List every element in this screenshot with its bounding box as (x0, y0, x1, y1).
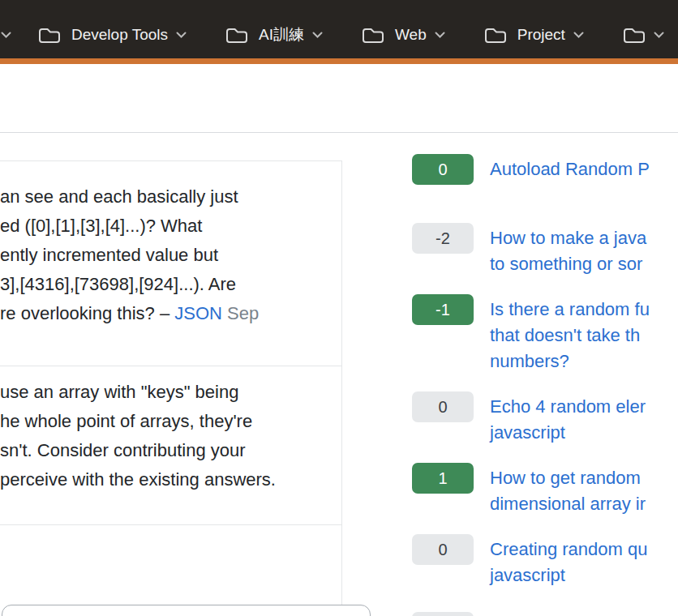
related-question: -1 Is there a random futhat doesn't take… (412, 294, 678, 374)
related-question-link[interactable]: How to make a javato something or sor (490, 223, 646, 277)
related-question-title-line: dimensional array ir (490, 491, 646, 517)
vote-score-badge: 0 (412, 154, 474, 185)
folder-icon (484, 25, 507, 45)
related-question-title-line: to something or sor (490, 251, 646, 277)
vote-score-badge: -1 (412, 294, 474, 325)
related-question-title-line: javascript (490, 563, 647, 588)
chevron-down-icon (176, 32, 187, 39)
bookmark-folder[interactable]: Web (362, 25, 445, 45)
comment: use an array with "keys" beinghe whole p… (0, 366, 341, 525)
vote-score-badge: 0 (412, 391, 474, 422)
bookmark-folder-label: Develop Tools (71, 26, 168, 44)
related-questions-list: 0 Autoload Random P -2 How to make a jav… (412, 154, 678, 616)
related-question-link[interactable]: Is there a random futhat doesn't take th… (490, 294, 650, 374)
related-question-link[interactable]: How to make an au (490, 612, 644, 616)
vote-score-badge (412, 612, 474, 616)
chevron-down-icon (312, 32, 323, 39)
related-question: 0 Autoload Random P (412, 154, 678, 185)
folder-icon (38, 25, 61, 45)
bookmark-folder[interactable]: Develop Tools (38, 25, 187, 45)
bookmark-folder-label: AI訓練 (259, 24, 304, 45)
related-question-link[interactable]: Autoload Random P (490, 154, 650, 182)
comment-text-line: 3],[4316],[73698],[924]...). Are (0, 270, 341, 299)
comment-text-line: re overlooking this? – JSON Sep (0, 299, 341, 328)
folder-icon (362, 25, 384, 45)
related-question: 0 Creating random qujavascript (412, 534, 678, 588)
related-question-title-line: Is there a random fu (490, 297, 650, 323)
related-question-title-line: javascript (490, 420, 646, 446)
related-question-link[interactable]: How to get randomdimensional array ir (490, 463, 646, 517)
comment-text-line: an see and each basically just (0, 182, 341, 212)
related-question-link[interactable]: Creating random qujavascript (490, 534, 647, 588)
related-question: 0 Echo 4 random elerjavascript (412, 391, 678, 446)
related-question: 1 How to get randomdimensional array ir (412, 463, 678, 517)
vote-score-badge: -2 (412, 223, 474, 254)
related-question-title-line: Creating random qu (490, 537, 647, 563)
comment-text-line: sn't. Consider contributing your (0, 436, 341, 465)
folder-icon (225, 25, 248, 45)
comment-timestamp: Sep (222, 303, 259, 323)
vertical-divider (341, 160, 342, 616)
comment-text-line: ed ([0],[1],[3],[4]...)? What (0, 212, 341, 241)
comment: an see and each basically justed ([0],[1… (0, 161, 341, 366)
related-question: -2 How to make a javato something or sor (412, 223, 678, 277)
related-question-link[interactable]: Echo 4 random elerjavascript (490, 391, 646, 446)
comment-text-line: he whole point of arrays, they're (0, 407, 341, 436)
chevron-down-icon (435, 32, 445, 39)
comment-text-line: perceive with the existing answers. (0, 465, 341, 494)
comment-text-line: ently incremented value but (0, 241, 341, 270)
bookmark-folder-label: Web (395, 26, 427, 44)
chevron-down-icon (573, 32, 584, 39)
related-question-title-line: Echo 4 random eler (490, 394, 646, 420)
related-question-title-line: Autoload Random P (490, 156, 650, 182)
header-divider (0, 132, 678, 133)
add-comment-box[interactable] (2, 605, 371, 616)
comment-author-link[interactable]: JSON (174, 303, 222, 323)
related-question: How to make an au (412, 612, 678, 616)
chevron-down-icon[interactable] (1, 32, 11, 39)
vote-score-badge: 1 (412, 463, 474, 494)
bookmark-folder-label: Project (517, 26, 565, 44)
comments-section: an see and each basically justed ([0],[1… (0, 160, 341, 525)
accent-strip (0, 58, 678, 64)
bookmarks-bar: Develop Tools AI訓練 Web Project (0, 0, 678, 58)
folder-icon (623, 25, 646, 45)
bookmark-folder[interactable]: AI訓練 (225, 24, 323, 45)
chevron-down-icon (654, 32, 664, 39)
comment-text-line: use an array with "keys" being (0, 378, 341, 407)
bookmark-folder[interactable] (623, 25, 664, 45)
comment-text: re overlooking this? – (0, 303, 174, 323)
vote-score-badge: 0 (412, 534, 474, 565)
related-question-title-line: How to make a java (490, 225, 646, 251)
related-question-title-line: How to get random (490, 465, 646, 491)
related-question-title-line: that doesn't take th (490, 323, 650, 349)
bookmark-folder[interactable]: Project (484, 25, 584, 45)
related-question-title-line: numbers? (490, 349, 650, 374)
